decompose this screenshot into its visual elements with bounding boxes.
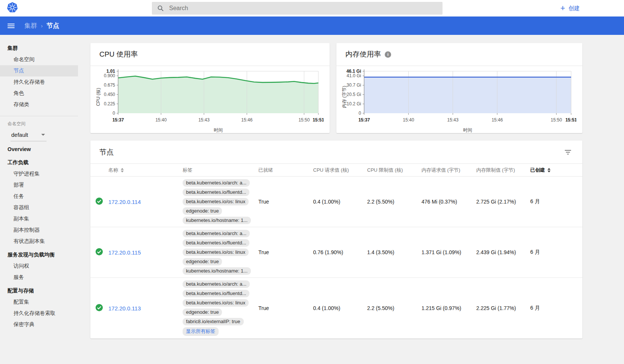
sidebar-item-persistent-volumes[interactable]: 持久化存储卷 [0,76,78,88]
info-icon[interactable] [385,51,391,58]
cpu-chart-xlabel: 时间 [96,127,324,133]
cpu-usage-chart-plot: 1.010.9000.6750.4500.225015:3715:4015:43… [96,66,324,125]
svg-text:15:50: 15:50 [551,117,562,123]
cpu-chart-ylabel: CPU (核) [95,71,102,123]
top-app-bar: 创建 [0,0,624,16]
label-chip: beta.kubernetes.io/arch: a... [183,179,250,187]
column-header-cpu-limits: CPU 限制值 (核) [367,167,422,174]
sidebar-item-secrets[interactable]: 保密字典 [0,319,78,330]
sort-icon [121,168,124,172]
cpu-usage-chart: CPU (核) 1.010.9000.6750.4500.225015:3715… [90,66,330,133]
node-link[interactable]: 172.20.0.113 [108,305,141,312]
create-button-label: 创建 [568,5,580,12]
label-chip: beta.kubernetes.io/os: linux [183,299,249,307]
menu-icon[interactable] [8,24,15,28]
search-bar[interactable] [152,2,442,15]
table-header-row: 名称 标签 已就绪 CPU 请求值 (核) CPU 限制值 (核) 内存请求值 … [90,164,582,177]
sidebar-item-config-maps[interactable]: 配置集 [0,297,78,308]
node-link[interactable]: 172.20.0.114 [108,199,141,205]
label-chip: beta.kubernetes.io/fluentd... [183,239,249,247]
search-input[interactable] [169,5,437,12]
svg-text:0.225: 0.225 [104,101,115,106]
kubernetes-logo-icon [6,1,18,13]
sort-icon-active [548,168,550,172]
sidebar-item-roles[interactable]: 角色 [0,88,78,99]
kubernetes-dashboard: 创建 集群 节点 集群 命名空间 节点 持久化存储卷 角色 存储类 命名空间 d… [0,0,624,364]
sidebar-item-jobs[interactable]: 任务 [0,191,78,202]
sidebar-item-storage-classes[interactable]: 存储类 [0,99,78,110]
svg-text:0: 0 [358,111,361,116]
svg-text:15:43: 15:43 [447,117,459,123]
label-chip: fabric8.io/externalIP: true [183,318,244,325]
sidebar-item-overview[interactable]: Overview [0,144,78,155]
sidebar-item-stateful-sets[interactable]: 有状态副本集 [0,236,78,247]
chevron-down-icon [41,134,45,136]
column-header-created[interactable]: 已创建 [530,167,582,174]
svg-text:15:40: 15:40 [403,117,414,123]
sidebar-item-nodes[interactable]: 节点 [0,65,78,76]
svg-text:0: 0 [112,111,115,116]
svg-text:15:50: 15:50 [298,117,310,123]
label-chip: edgenode: true [183,258,222,265]
age-value: 6 月 [530,198,582,205]
memory-limits-value: 2.439 Gi (1.94%) [476,249,530,255]
main-content: CPU 使用率 CPU (核) 1.010.9000.6750.4500.225… [78,35,624,364]
sidebar: 集群 命名空间 节点 持久化存储卷 角色 存储类 命名空间 default Ov… [0,35,78,364]
label-chip: beta.kubernetes.io/arch: a... [183,230,250,237]
memory-usage-title: 内存使用率 [345,49,381,59]
table-row: 172.20.0.114 beta.kubernetes.io/arch: a.… [90,177,582,227]
namespace-select[interactable]: default [10,132,46,141]
filter-icon[interactable] [562,148,573,157]
memory-requests-value: 476 Mi (0.37%) [422,199,476,205]
cpu-requests-value: 0.76 (1.90%) [313,249,367,255]
column-header-labels: 标签 [183,167,258,174]
svg-text:0.900: 0.900 [104,73,115,78]
show-all-labels-button[interactable]: 显示所有标签 [183,327,219,336]
status-ok-icon [95,197,103,205]
status-ok-icon [95,248,103,256]
svg-text:15:40: 15:40 [155,117,166,123]
svg-text:15:51: 15:51 [313,117,324,123]
breadcrumb-parent[interactable]: 集群 [24,21,37,30]
sidebar-item-services[interactable]: 服务 [0,272,78,283]
cpu-limits-value: 1.4 (3.50%) [367,249,422,255]
svg-text:15:37: 15:37 [358,117,370,123]
memory-usage-card: 内存使用率 内存 (字节) 46.1 Gi41.0 Gi30.7 Gi20.5 … [336,43,582,133]
node-link[interactable]: 172.20.0.115 [108,249,141,256]
sidebar-item-persistent-volume-claims[interactable]: 持久化存储卷索取 [0,308,78,319]
memory-limits-value: 2.225 Gi (1.77%) [476,305,530,311]
label-chip: beta.kubernetes.io/fluentd... [183,189,249,196]
ready-value: True [258,249,313,255]
age-value: 6 月 [530,249,582,256]
label-chip: beta.kubernetes.io/os: linux [183,198,249,205]
cpu-limits-value: 2.2 (5.50%) [367,305,422,311]
ready-value: True [258,199,313,205]
plus-icon [560,4,565,12]
column-header-memory-limits: 内存限制值 (字节) [476,167,530,174]
status-ok-icon [95,304,103,312]
table-row: 172.20.0.115 beta.kubernetes.io/arch: a.… [90,227,582,278]
sidebar-section-workloads[interactable]: 工作负载 [0,157,78,168]
column-header-name[interactable]: 名称 [108,167,183,174]
memory-requests-value: 1.371 Gi (1.09%) [422,249,476,255]
svg-text:0.450: 0.450 [104,92,115,97]
sidebar-item-ingresses[interactable]: 访问权 [0,261,78,272]
label-chip: beta.kubernetes.io/os: linux [183,249,249,256]
column-header-cpu-requests: CPU 请求值 (核) [313,167,367,174]
sidebar-item-replication-controllers[interactable]: 副本控制器 [0,225,78,236]
search-icon [157,5,164,12]
sidebar-item-deployments[interactable]: 部署 [0,180,78,191]
ready-value: True [258,305,313,311]
sidebar-item-replica-sets[interactable]: 副本集 [0,213,78,225]
sidebar-section-discovery[interactable]: 服务发现与负载均衡 [0,249,78,261]
create-button[interactable]: 创建 [560,0,580,16]
sidebar-section-config-storage[interactable]: 配置与存储 [0,285,78,297]
sidebar-item-namespaces[interactable]: 命名空间 [0,54,78,65]
nodes-panel-title: 节点 [99,147,562,157]
memory-limits-value: 2.725 Gi (2.17%) [476,199,530,205]
breadcrumb-bar: 集群 节点 [0,16,624,35]
svg-text:10.2 Gi: 10.2 Gi [346,101,361,106]
sidebar-section-cluster[interactable]: 集群 [0,43,78,54]
sidebar-item-daemon-sets[interactable]: 守护进程集 [0,168,78,180]
sidebar-item-pods[interactable]: 容器组 [0,202,78,213]
